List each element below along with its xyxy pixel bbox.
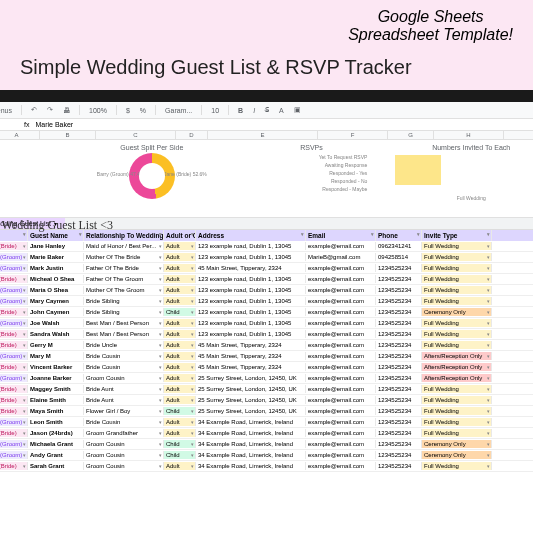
cell-name[interactable]: Marie Baker	[28, 253, 84, 261]
cell-name[interactable]: Maria O Shea	[28, 286, 84, 294]
cell-ac[interactable]: Adult▾	[164, 242, 196, 250]
cell-name[interactable]: Maya Smith	[28, 407, 84, 415]
cell-rel[interactable]: Bride Cousin▾	[84, 418, 164, 426]
chevron-down-icon[interactable]: ▾	[191, 375, 194, 381]
table-row[interactable]: Barry (Groom)▾Maria O SheaMother Of The …	[0, 285, 533, 296]
cell-rel[interactable]: Groom Cousin▾	[84, 440, 164, 448]
chevron-down-icon[interactable]: ▾	[487, 386, 490, 392]
chevron-down-icon[interactable]: ▾	[159, 231, 162, 237]
cell-side[interactable]: Barry (Groom)▾	[0, 253, 28, 261]
cell-email[interactable]: example@email.com	[306, 451, 376, 459]
chevron-down-icon[interactable]: ▾	[487, 353, 490, 359]
cell-rel[interactable]: Bride Sibling▾	[84, 308, 164, 316]
cell-addr[interactable]: 25 Surrey Street, London, 12450, UK	[196, 407, 306, 415]
chevron-down-icon[interactable]: ▾	[487, 243, 490, 249]
chevron-down-icon[interactable]: ▾	[159, 276, 162, 282]
chevron-down-icon[interactable]: ▾	[191, 287, 194, 293]
cell-side[interactable]: Jane (Bride)▾	[0, 308, 28, 316]
bold-icon[interactable]: B	[235, 106, 246, 115]
cell-reference[interactable]: B7	[0, 121, 18, 128]
col-a[interactable]: A	[0, 131, 40, 139]
chevron-down-icon[interactable]: ▾	[23, 243, 26, 249]
cell-side[interactable]: Barry (Groom)▾	[0, 319, 28, 327]
cell-ac[interactable]: Adult▾	[164, 330, 196, 338]
cell-side[interactable]: Jane (Bride)▾	[0, 385, 28, 393]
cell-email[interactable]: example@email.com	[306, 330, 376, 338]
grid[interactable]: Side▾ Guest Name▾ Relationship To Weddin…	[0, 230, 533, 533]
table-row[interactable]: Barry (Groom)▾Mark JustinFather Of The B…	[0, 263, 533, 274]
chevron-down-icon[interactable]: ▾	[159, 430, 162, 436]
chevron-down-icon[interactable]: ▾	[191, 342, 194, 348]
chevron-down-icon[interactable]: ▾	[487, 320, 490, 326]
cell-side[interactable]: Barry (Groom)▾	[0, 374, 28, 382]
table-row[interactable]: Barry (Groom)▾Michaela GrantGroom Cousin…	[0, 439, 533, 450]
table-row[interactable]: Jane (Bride)▾Elaine SmithBride Aunt▾Adul…	[0, 395, 533, 406]
cell-side[interactable]: Jane (Bride)▾	[0, 429, 28, 437]
cell-name[interactable]: Andy Grant	[28, 451, 84, 459]
undo-icon[interactable]: ↶	[28, 105, 40, 115]
cell-invite[interactable]: Full Wedding▾	[422, 297, 492, 305]
chevron-down-icon[interactable]: ▾	[23, 463, 26, 469]
cell-name[interactable]: John Caymen	[28, 308, 84, 316]
cell-ac[interactable]: Child▾	[164, 440, 196, 448]
chevron-down-icon[interactable]: ▾	[159, 331, 162, 337]
chevron-down-icon[interactable]: ▾	[159, 309, 162, 315]
font-select[interactable]: Garam...	[162, 106, 195, 115]
cell-phone[interactable]: 1234525234	[376, 440, 422, 448]
chevron-down-icon[interactable]: ▾	[159, 452, 162, 458]
cell-side[interactable]: Jane (Bride)▾	[0, 462, 28, 470]
cell-invite[interactable]: Full Wedding▾	[422, 385, 492, 393]
cell-rel[interactable]: Groom Cousin▾	[84, 374, 164, 382]
chevron-down-icon[interactable]: ▾	[23, 331, 26, 337]
col-h[interactable]: H	[434, 131, 504, 139]
cell-invite[interactable]: Ceremony Only▾	[422, 451, 492, 459]
chevron-down-icon[interactable]: ▾	[191, 331, 194, 337]
cell-rel[interactable]: Best Man / Best Person▾	[84, 319, 164, 327]
chevron-down-icon[interactable]: ▾	[371, 231, 374, 237]
cell-email[interactable]: example@email.com	[306, 297, 376, 305]
cell-rel[interactable]: Maid of Honor / Best Per...▾	[84, 242, 164, 250]
chevron-down-icon[interactable]: ▾	[191, 463, 194, 469]
table-row[interactable]: Barry (Groom)▾Marie BakerMother Of The B…	[0, 252, 533, 263]
cell-invite[interactable]: Full Wedding▾	[422, 264, 492, 272]
cell-phone[interactable]: 094258514	[376, 253, 422, 261]
cell-ac[interactable]: Adult▾	[164, 341, 196, 349]
cell-addr[interactable]: 25 Surrey Street, London, 12450, UK	[196, 385, 306, 393]
cell-ac[interactable]: Adult▾	[164, 462, 196, 470]
header-invite[interactable]: Invite Type▾	[422, 230, 492, 241]
chevron-down-icon[interactable]: ▾	[23, 408, 26, 414]
chevron-down-icon[interactable]: ▾	[159, 386, 162, 392]
cell-phone[interactable]: 0962341241	[376, 242, 422, 250]
chevron-down-icon[interactable]: ▾	[23, 320, 26, 326]
chevron-down-icon[interactable]: ▾	[23, 452, 26, 458]
cell-side[interactable]: Barry (Groom)▾	[0, 440, 28, 448]
cell-name[interactable]: Maggey Smith	[28, 385, 84, 393]
cell-name[interactable]: Jason (24brds)	[28, 429, 84, 437]
chevron-down-icon[interactable]: ▾	[301, 231, 304, 237]
cell-email[interactable]: example@email.com	[306, 385, 376, 393]
cell-invite[interactable]: Full Wedding▾	[422, 253, 492, 261]
cell-name[interactable]: Sarah Grant	[28, 462, 84, 470]
cell-ac[interactable]: Child▾	[164, 451, 196, 459]
text-color-icon[interactable]: A	[276, 106, 287, 115]
chevron-down-icon[interactable]: ▾	[159, 463, 162, 469]
cell-rel[interactable]: Groom Grandfather▾	[84, 429, 164, 437]
table-row[interactable]: Jane (Bride)▾Jason (24brds)Groom Grandfa…	[0, 428, 533, 439]
cell-email[interactable]: example@email.com	[306, 418, 376, 426]
cell-name[interactable]: Vincent Barker	[28, 363, 84, 371]
cell-rel[interactable]: Flower Girl / Boy▾	[84, 407, 164, 415]
chevron-down-icon[interactable]: ▾	[23, 386, 26, 392]
cell-email[interactable]: example@email.com	[306, 319, 376, 327]
table-row[interactable]: Jane (Bride)▾Jane HanleyMaid of Honor / …	[0, 241, 533, 252]
cell-rel[interactable]: Groom Cousin▾	[84, 462, 164, 470]
cell-invite[interactable]: Ceremony Only▾	[422, 308, 492, 316]
cell-ac[interactable]: Adult▾	[164, 275, 196, 283]
cell-invite[interactable]: Full Wedding▾	[422, 275, 492, 283]
chevron-down-icon[interactable]: ▾	[487, 408, 490, 414]
cell-invite[interactable]: Full Wedding▾	[422, 396, 492, 404]
cell-rel[interactable]: Bride Aunt▾	[84, 396, 164, 404]
cell-invite[interactable]: Full Wedding▾	[422, 462, 492, 470]
chevron-down-icon[interactable]: ▾	[191, 276, 194, 282]
cell-email[interactable]: example@email.com	[306, 363, 376, 371]
font-size[interactable]: 10	[208, 106, 222, 115]
